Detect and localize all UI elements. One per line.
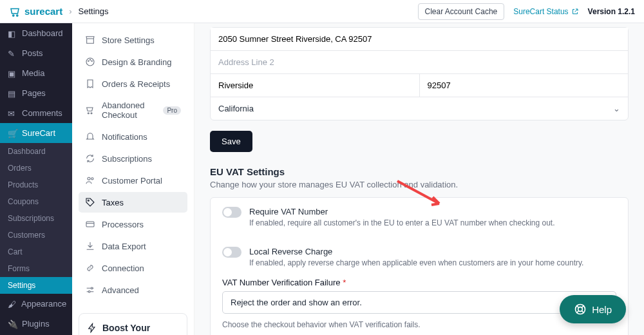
surecart-status-link[interactable]: SureCart Status [513,7,578,16]
save-address-button[interactable]: Save [210,131,252,152]
reverse-charge-desc: If enabled, apply reverse charge when ap… [249,258,616,269]
wp-nav-plugins[interactable]: 🔌Plugins [0,314,72,334]
nav-design-branding[interactable]: Design & Branding [79,52,187,72]
external-link-icon [571,8,579,15]
reverse-charge-title: Local Reverse Charge [249,247,616,256]
wp-admin-sidebar: ◧Dashboard ✎Posts ▣Media ▤Pages ✉Comment… [0,23,72,335]
svg-point-12 [91,287,93,289]
bolt-icon [87,323,97,333]
help-fab-label: Help [592,304,612,315]
cart-icon: 🛒 [8,129,17,138]
brand-logo[interactable]: surecart [9,6,62,17]
postal-input[interactable] [420,73,629,97]
clear-cache-button[interactable]: Clear Account Cache [418,3,505,20]
city-input[interactable] [211,73,420,97]
brand-text: surecart [24,6,62,17]
wp-subnav-dashboard[interactable]: Dashboard [0,143,72,160]
wp-nav-appearance[interactable]: 🖌Appearance [0,294,72,314]
svg-point-1 [17,14,18,15]
verify-label: VAT Number Verification Failure * [222,278,616,287]
settings-nav: Store Settings Design & Branding Orders … [72,23,194,335]
pro-badge: Pro [163,106,181,115]
topbar: surecart › Settings Clear Account Cache … [0,0,644,23]
download-icon [85,241,95,251]
svg-point-6 [88,113,89,114]
wp-subnav-customers[interactable]: Customers [0,227,72,244]
wp-nav-dashboard[interactable]: ◧Dashboard [0,23,72,43]
require-vat-toggle[interactable] [222,207,242,218]
verify-value: Reject the order and show an error. [231,298,362,307]
wp-subnav-coupons[interactable]: Coupons [0,193,72,210]
verify-help-text: Choose the checkout behavior when VAT ve… [222,320,616,329]
topbar-left: surecart › Settings [9,6,109,17]
gauge-icon: ◧ [8,29,17,38]
svg-rect-11 [86,222,94,227]
credit-card-icon [85,219,95,229]
wp-nav-surecart[interactable]: 🛒SureCart [0,123,72,143]
nav-customer-portal[interactable]: Customer Portal [79,170,187,191]
nav-data-export[interactable]: Data Export [79,236,187,256]
nav-processors[interactable]: Processors [79,214,187,235]
state-select[interactable]: California ⌄ [211,97,628,120]
svg-point-9 [91,178,93,180]
wp-subnav-forms[interactable]: Forms [0,260,72,277]
wp-subnav-products[interactable]: Products [0,177,72,193]
svg-point-7 [91,113,92,114]
state-value: California [218,104,254,113]
nav-abandoned-checkout[interactable]: Abandoned CheckoutPro [79,95,187,125]
reverse-charge-row: Local Reverse Charge If enabled, apply r… [211,238,628,278]
svg-point-0 [13,14,14,15]
topbar-right: Clear Account Cache SureCart Status Vers… [418,3,636,20]
nav-taxes[interactable]: Taxes [79,192,187,213]
svg-point-10 [88,200,89,201]
wp-nav-pages[interactable]: ▤Pages [0,83,72,103]
wp-subnav-orders[interactable]: Orders [0,160,72,177]
reverse-charge-toggle[interactable] [222,247,242,258]
require-vat-desc: If enabled, require all customer's in th… [249,218,616,229]
main-content[interactable]: California ⌄ Save EU VAT Settings Change… [194,23,644,335]
nav-connection[interactable]: Connection [79,258,187,278]
verify-failure-select[interactable]: Reject the order and show an error. ⌄ [222,291,616,314]
bell-icon [85,131,95,142]
brush-icon: 🖌 [8,300,16,309]
nav-orders-receipts[interactable]: Orders & Receipts [79,73,187,94]
wp-subnav-settings[interactable]: Settings [0,277,72,294]
boost-title-text: Boost Your Revenue [102,323,179,335]
wp-subnav-cart[interactable]: Cart [0,244,72,260]
address-line1-input[interactable] [211,28,628,50]
lifebuoy-icon [574,303,587,316]
sliders-icon [85,285,95,295]
store-icon [85,35,95,45]
svg-point-13 [88,291,90,292]
svg-point-15 [578,307,583,312]
link-icon [85,263,95,273]
require-vat-row: Require VAT Number If enabled, require a… [211,198,628,238]
eu-vat-subtitle: Change how your store manages EU VAT col… [210,180,629,189]
tag-icon [85,197,95,207]
wp-nav-posts[interactable]: ✎Posts [0,43,72,63]
refresh-icon [85,153,95,164]
svg-point-4 [90,59,90,60]
nav-notifications[interactable]: Notifications [79,126,187,147]
cart-abandon-icon [85,105,95,115]
wp-nav-comments[interactable]: ✉Comments [0,103,72,123]
wp-subnav-subscriptions[interactable]: Subscriptions [0,210,72,227]
palette-icon [85,57,95,67]
chat-icon: ✉ [8,109,17,118]
help-fab-button[interactable]: Help [560,295,626,323]
file-icon: ▤ [8,89,17,98]
nav-store-settings[interactable]: Store Settings [79,30,187,50]
svg-point-5 [91,61,92,61]
require-vat-title: Require VAT Number [249,207,616,216]
version-text: Version 1.2.1 [588,7,635,16]
nav-subscriptions[interactable]: Subscriptions [79,148,187,169]
address-line2-input[interactable] [211,50,628,73]
users-icon [85,175,95,186]
wp-nav-media[interactable]: ▣Media [0,63,72,83]
address-card: California ⌄ [210,27,629,120]
breadcrumb-current: Settings [79,6,109,16]
svg-point-8 [88,177,90,180]
chevron-right-icon: › [69,6,71,16]
nav-advanced[interactable]: Advanced [79,280,187,300]
cart-icon [9,6,21,17]
